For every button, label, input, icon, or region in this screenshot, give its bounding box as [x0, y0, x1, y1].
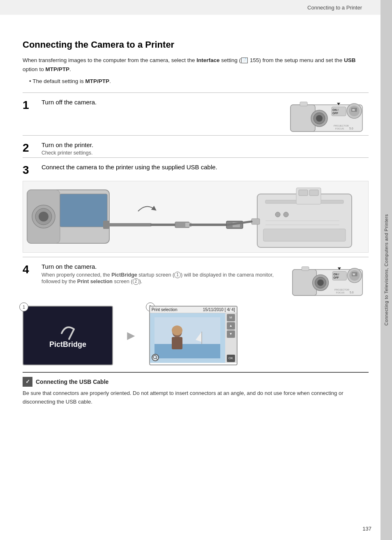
print-header-date: 15/11/2010 [ 4/ 4]	[203, 307, 235, 312]
svg-text:OFF: OFF	[333, 276, 339, 279]
step-1-content: Turn off the camera.	[42, 99, 280, 107]
step-4-text: Turn on the camera. When properly connec…	[42, 263, 284, 299]
svg-point-4	[316, 115, 323, 122]
step-3-content: Connect the camera to the printer using …	[42, 164, 369, 172]
note-text: Be sure that connectors are properly ori…	[23, 389, 369, 406]
svg-point-48	[317, 279, 324, 286]
note-title: Connecting the USB Cable	[36, 378, 108, 385]
step-4-text-group: 4 Turn on the camera. When properly conn…	[23, 263, 284, 299]
main-content: Connecting the Camera to a Printer When …	[23, 31, 369, 406]
svg-text:ON /: ON /	[333, 273, 339, 276]
print-screen-header: Print selection 15/11/2010 [ 4/ 4]	[150, 307, 237, 313]
svg-text:W: W	[353, 273, 355, 276]
pictbridge-text: PictBridge	[49, 340, 86, 349]
screen-circle-1: 1	[19, 302, 28, 312]
step-4-camera-image: ON / OFF W PROJECTOR FOCUS 5.0	[291, 263, 369, 299]
magnify-icon	[152, 354, 159, 361]
svg-point-67	[172, 325, 182, 335]
magnify-svg	[152, 355, 158, 360]
svg-rect-35	[263, 229, 346, 241]
step-3-section: 3 Connect the camera to the printer usin…	[23, 157, 369, 253]
step-4-title: Turn on the camera.	[42, 263, 284, 270]
print-total: 4]	[231, 307, 235, 312]
svg-rect-66	[172, 337, 182, 349]
step-2-section: 2 Turn on the printer. Check printer set…	[23, 135, 369, 156]
svg-point-68	[153, 355, 157, 359]
note-section: ✓ Connecting the USB Cable Be sure that …	[23, 372, 369, 406]
svg-text:OFF: OFF	[332, 112, 339, 115]
svg-text:5.0: 5.0	[350, 291, 354, 294]
svg-text:W: W	[352, 108, 355, 111]
step-4-section: 4 Turn on the camera. When properly conn…	[23, 257, 369, 365]
step-2-number: 2	[23, 142, 35, 154]
step-1-number: 1	[23, 99, 35, 111]
step-1-title: Turn off the camera.	[42, 99, 280, 106]
main-title: Connecting the Camera to a Printer	[23, 39, 369, 50]
ref-box: 📄	[241, 58, 248, 63]
print-screen-main-area	[150, 313, 225, 363]
page-number: 137	[362, 526, 371, 532]
print-header-title: Print selection	[152, 307, 178, 312]
step-4-sub: When properly connected, the PictBridge …	[42, 272, 284, 285]
svg-rect-36	[251, 219, 260, 224]
svg-point-22	[39, 212, 48, 222]
page: Connecting to a Printer Connecting to Te…	[0, 0, 392, 540]
print-count: 4/	[227, 307, 230, 312]
svg-text:PROJECTOR: PROJECTOR	[334, 125, 349, 127]
print-screen-sidebar: M ▲ ▼ OK	[225, 313, 237, 363]
svg-text:FOCUS: FOCUS	[335, 127, 344, 130]
print-preview-svg	[154, 317, 220, 358]
note-header: ✓ Connecting the USB Cable	[23, 377, 369, 387]
print-screen-item: 2 Print selection 15/11/2010 [ 4/ 4]	[149, 306, 238, 365]
step-1-section: 1 Turn off the camera.	[23, 92, 369, 134]
screens-row: 1 PictBridge ►	[23, 306, 369, 365]
svg-rect-16	[300, 102, 307, 106]
svg-rect-62	[154, 344, 220, 358]
svg-point-34	[284, 212, 288, 217]
svg-rect-39	[309, 190, 318, 196]
step-2-content: Turn on the printer. Check printer setti…	[42, 141, 369, 156]
svg-text:FOCUS: FOCUS	[336, 291, 345, 294]
svg-point-33	[275, 212, 280, 217]
svg-rect-19	[60, 194, 107, 227]
step-3-number: 3	[23, 164, 35, 176]
step-4-header: 4 Turn on the camera. When properly conn…	[23, 263, 369, 299]
svg-text:PROJECTOR: PROJECTOR	[334, 288, 349, 291]
svg-text:5.0: 5.0	[349, 127, 353, 130]
svg-rect-60	[302, 267, 309, 271]
print-date: 15/11/2010 [	[203, 307, 226, 312]
camera-top-step4: ON / OFF W PROJECTOR FOCUS 5.0	[291, 263, 367, 298]
step-1-image: ON / OFF W PROJECTOR FOCUS	[286, 99, 369, 134]
pictbridge-logo: PictBridge	[49, 322, 86, 349]
svg-rect-38	[299, 190, 308, 196]
pictbridge-screen-item: 1 PictBridge	[23, 306, 113, 365]
note-icon: ✓	[23, 377, 32, 387]
step-3-image	[23, 181, 369, 253]
ok-btn: OK	[227, 355, 235, 362]
print-screen-body: M ▲ ▼ OK	[150, 313, 237, 363]
content: Connecting the Camera to a Printer When …	[0, 0, 391, 540]
usb-connection-illustration	[23, 182, 368, 252]
bullet-default: The default setting is MTP/PTP.	[29, 77, 369, 86]
step-2-title: Turn on the printer.	[42, 141, 369, 148]
step-3-header: 3 Connect the camera to the printer usin…	[23, 164, 369, 176]
step-2-sub: Check printer settings.	[42, 150, 369, 156]
print-selection-screen: Print selection 15/11/2010 [ 4/ 4]	[149, 306, 238, 365]
intro-paragraph: When transferring images to the computer…	[23, 56, 369, 74]
svg-line-69	[156, 358, 158, 360]
step-4-number: 4	[23, 264, 35, 299]
arrow-right: ►	[125, 328, 138, 343]
pictbridge-screen: PictBridge	[23, 306, 113, 365]
camera-top-illustration: ON / OFF W PROJECTOR FOCUS	[288, 99, 367, 134]
step-3-title: Connect the camera to the printer using …	[42, 164, 369, 171]
menu-btn: M	[227, 314, 235, 321]
svg-text:ON /: ON /	[332, 108, 338, 111]
up-btn: ▲	[227, 322, 235, 330]
down-btn: ▼	[227, 330, 235, 338]
